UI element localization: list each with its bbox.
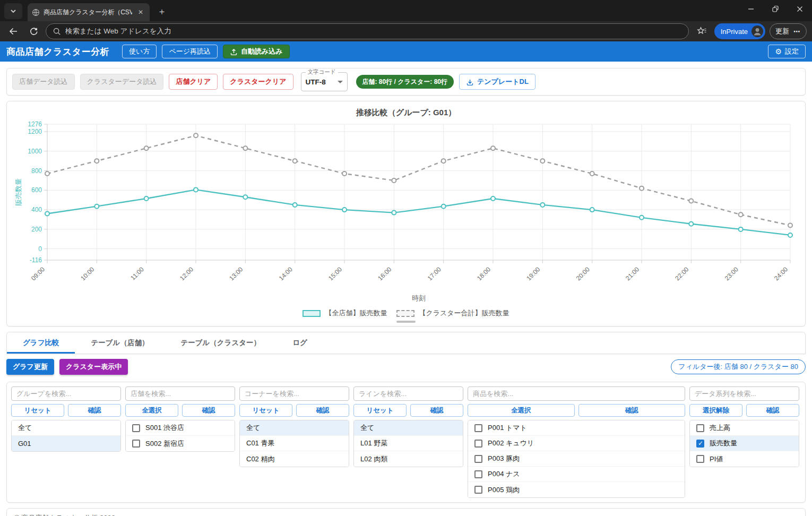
svg-text:09:00: 09:00 [30,265,46,282]
address-bar[interactable]: 検索または Web アドレスを入力 [46,23,689,39]
svg-text:販売数量: 販売数量 [14,178,22,206]
more-menu-icon[interactable]: ⋯ [793,28,801,36]
corner-confirm-button[interactable]: 確認 [296,404,349,417]
store-list-item[interactable]: S001 渋谷店 [126,420,235,436]
clear-store-button[interactable]: 店舗クリア [169,74,218,90]
line-confirm-button[interactable]: 確認 [410,404,463,417]
browser-tab[interactable]: 商品店舗クラスター分析（CSV / MUI ✕ [28,3,150,21]
browser-window: 商品店舗クラスター分析（CSV / MUI ✕ ＋ 検索または Web アドレス… [0,0,812,516]
corner-list-item[interactable]: 全て [240,420,349,436]
store-select-all-button[interactable]: 全選択 [125,404,178,417]
refresh-button[interactable] [25,23,41,39]
legend-swatch-solid [303,310,321,317]
tab-log[interactable]: ログ [277,332,323,354]
help-button[interactable]: 使い方 [122,45,157,58]
legend-item[interactable]: 【クラスター合計】販売数量 [396,308,509,318]
resize-handle[interactable] [396,321,416,323]
store-confirm-button[interactable]: 確認 [182,404,235,417]
product-list-item[interactable]: P005 鶏肉 [468,482,685,497]
close-window-button[interactable] [788,0,812,18]
product-filter-column: 全選択確認P001 トマトP002 キュウリP003 豚肉P004 ナスP005… [468,386,685,498]
line-reset-button[interactable]: リセット [353,404,407,417]
product-search-input[interactable] [468,386,685,401]
checkbox[interactable] [474,470,482,478]
product-list-item[interactable]: P004 ナス [468,467,685,482]
group-reset-button[interactable]: リセット [11,404,64,417]
product-list-item[interactable]: P003 豚肉 [468,451,685,467]
inprivate-badge[interactable]: InPrivate [714,23,765,39]
minimize-icon [746,4,756,14]
new-tab-button[interactable]: ＋ [155,4,169,18]
checkbox[interactable] [474,486,482,494]
series-list-item[interactable]: 販売数量 [690,436,799,451]
corner-reset-button[interactable]: リセット [239,404,292,417]
load-cluster-data-button[interactable]: クラスターデータ読込 [80,74,164,90]
checkbox[interactable] [474,424,482,432]
checkbox[interactable] [474,440,482,448]
checkbox[interactable] [132,440,140,448]
tab-graph-compare[interactable]: グラフ比較 [7,332,75,354]
legend-label: 【全店舗】販売数量 [325,308,387,318]
line-list-item[interactable]: L01 野菜 [354,436,463,451]
maximize-button[interactable] [763,0,788,18]
store-search-input[interactable] [125,386,235,401]
checkbox[interactable] [132,424,140,432]
line-list: 全てL01 野菜L02 肉類 [353,420,463,467]
update-chart-button[interactable]: グラフ更新 [6,359,54,375]
product-list-item[interactable]: P002 キュウリ [468,436,685,451]
item-label: 全て [246,423,260,433]
legend-item[interactable]: 【全店舗】販売数量 [303,308,387,318]
tab-close-icon[interactable]: ✕ [136,7,145,17]
group-list-item[interactable]: 全て [12,420,120,436]
template-download-button[interactable]: テンプレートDL [459,74,535,90]
favorites-button[interactable] [693,23,710,39]
checkbox-checked[interactable] [696,440,704,448]
corner-list-item[interactable]: C01 青果 [240,436,349,451]
close-icon [795,4,805,14]
svg-text:時刻: 時刻 [412,294,426,302]
product-list-item[interactable]: P001 トマト [468,420,685,436]
tab-search-chevron-button[interactable] [4,3,22,19]
chevron-down-icon [9,7,18,15]
clear-cluster-button[interactable]: クラスタークリア [223,74,293,90]
svg-text:600: 600 [31,186,42,194]
checkbox[interactable] [474,455,482,463]
settings-button[interactable]: ⚙ 設定 [768,45,806,58]
download-icon [466,78,474,86]
series-deselect-button[interactable]: 選択解除 [689,404,742,417]
refresh-icon [29,27,39,37]
tab-table-store[interactable]: テーブル（店舗） [75,332,165,354]
line-list-item[interactable]: L02 肉類 [354,451,463,467]
checkbox[interactable] [696,455,704,463]
chart-title: 推移比較（グループ: G01） [13,105,799,118]
corner-list-item[interactable]: C02 精肉 [240,451,349,467]
svg-text:23:00: 23:00 [723,265,740,282]
corner-search-input[interactable] [239,386,349,401]
cluster-visibility-button[interactable]: クラスター表示中 [59,359,128,375]
line-list-item[interactable]: 全て [354,420,463,436]
group-filter-column: リセット確認全てG01 [11,386,121,452]
group-confirm-button[interactable]: 確認 [68,404,121,417]
series-list-item[interactable]: PI値 [690,451,799,467]
series-search-input[interactable] [689,386,799,401]
product-confirm-button[interactable]: 確認 [578,404,686,417]
load-store-data-button[interactable]: 店舗データ読込 [12,74,75,90]
line-search-input[interactable] [353,386,463,401]
group-list-item[interactable]: G01 [12,436,120,451]
tab-table-cluster[interactable]: テーブル（クラスター） [165,332,277,354]
trend-chart[interactable]: 1276120010008006004002000-11609:0010:001… [13,118,799,305]
minimize-button[interactable] [739,0,763,18]
checkbox[interactable] [696,424,704,432]
product-select-all-button[interactable]: 全選択 [468,404,575,417]
series-list-item[interactable]: 売上高 [690,420,799,436]
chart-legend: 【全店舗】販売数量【クラスター合計】販売数量 [13,307,799,320]
upload-icon [230,48,238,56]
group-search-input[interactable] [11,386,121,401]
auto-load-button[interactable]: 自動読み込み [223,45,290,58]
browser-update-button[interactable]: 更新 ⋯ [770,23,807,39]
series-confirm-button[interactable]: 確認 [746,404,799,417]
corner-list: 全てC01 青果C02 精肉 [239,420,349,467]
store-list-item[interactable]: S002 新宿店 [126,436,235,451]
page-reload-button[interactable]: ページ再読込 [162,45,218,58]
back-button[interactable] [5,23,21,39]
